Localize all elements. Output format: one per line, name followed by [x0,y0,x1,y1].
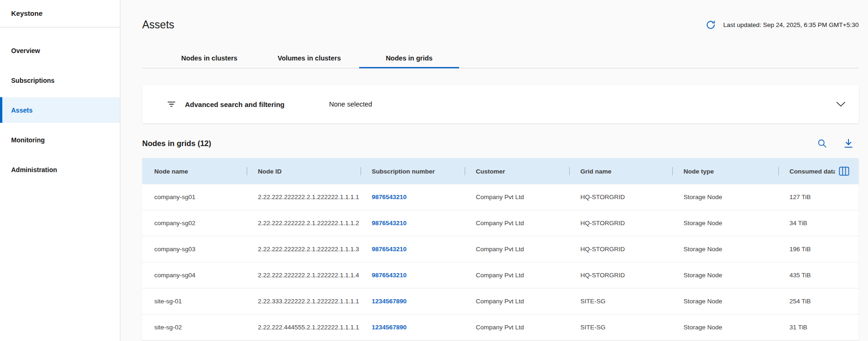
table-row: company-sg012.22.222.222222.2.1.222222.1… [142,184,859,210]
column-header-customer: Customer [465,158,569,184]
cell-node-type: Storage Node [672,246,778,253]
cell-node-type: Storage Node [672,324,778,331]
cell-node-type: Storage Node [672,298,778,305]
sidebar-item-assets[interactable]: Assets [0,97,120,123]
subscription-link[interactable]: 9876543210 [361,272,465,279]
tab-nodes-in-clusters[interactable]: Nodes in clusters [159,48,259,68]
sidebar-item-label: Overview [11,47,40,54]
cell-node-type: Storage Node [672,194,778,201]
app-root: Keystone OverviewSubscriptionsAssetsMoni… [0,0,868,341]
subscription-link[interactable]: 9876543210 [361,220,465,227]
column-header-label: Subscription number [372,168,435,175]
cell-grid-name: SITE-SG [569,298,672,305]
cell-customer: Company Pvt Ltd [465,298,569,305]
table-row: company-sg042.22.222.222222.2.1.222222.1… [142,262,859,288]
tab-label: Nodes in clusters [181,54,237,62]
cell-node-name: company-sg01 [142,194,247,201]
main-content: Assets Last updated: Sep 24, 2025, 6:35 … [120,0,868,341]
download-icon[interactable] [843,138,854,149]
cell-node-id: 2.22.222.222222.2.1.222222.1.1.1.2 [247,220,361,227]
cell-node-name: company-sg02 [142,220,247,227]
cell-grid-name: HQ-STORGRID [569,246,672,253]
sidebar-item-label: Administration [11,166,57,174]
page-header: Assets Last updated: Sep 24, 2025, 6:35 … [142,17,859,33]
cell-node-name: company-sg04 [142,272,247,279]
tab-label: Nodes in grids [386,54,433,62]
column-header-subscription-number: Subscription number [361,158,465,184]
tab-label: Volumes in clusters [278,54,341,62]
cell-grid-name: SITE-SG [569,324,672,331]
cell-consumed: 196 TiB [778,246,859,253]
cell-node-id: 2.22.222.222222.2.1.222222.1.1.1.4 [247,272,361,279]
filter-icon [166,99,177,109]
subscription-link[interactable]: 1234567890 [361,324,465,331]
cell-node-name: company-sg03 [142,246,247,253]
cell-node-name: site-sg-01 [142,298,247,305]
app-title: Keystone [0,0,120,20]
table-row: site-sg-012.22.333.222222.2.1.222222.1.1… [142,288,859,314]
sidebar-item-subscriptions[interactable]: Subscriptions [0,67,120,93]
column-header-node-name: Node name [142,158,247,184]
cell-customer: Company Pvt Ltd [465,246,569,253]
column-header-label: Node type [684,168,714,175]
sidebar: Keystone OverviewSubscriptionsAssetsMoni… [0,0,120,341]
table-body: company-sg012.22.222.222222.2.1.222222.1… [142,184,859,341]
sidebar-item-label: Monitoring [11,136,45,144]
column-header-label: Grid name [580,168,612,175]
cell-grid-name: HQ-STORGRID [569,272,672,279]
column-header-label: Node name [154,168,188,175]
filter-label: Advanced search and filtering [185,100,284,108]
table-row: company-sg032.22.222.222222.2.1.222222.1… [142,236,859,262]
table-actions [817,138,854,149]
column-header-node-id: Node ID [247,158,361,184]
tab-nodes-in-grids[interactable]: Nodes in grids [359,48,459,68]
cell-consumed: 34 TiB [778,220,859,227]
cell-consumed: 127 TiB [778,194,859,201]
table-row: company-sg022.22.222.222222.2.1.222222.1… [142,210,859,236]
column-header-label: Consumed data ca [789,168,835,175]
column-header-node-type: Node type [672,158,778,184]
cell-grid-name: HQ-STORGRID [569,220,672,227]
cell-customer: Company Pvt Ltd [465,272,569,279]
chevron-down-icon[interactable] [836,101,846,107]
tab-volumes-in-clusters[interactable]: Volumes in clusters [259,48,359,68]
sidebar-item-overview[interactable]: Overview [0,38,120,63]
tab-bar: Nodes in clustersVolumes in clustersNode… [142,48,859,68]
columns-settings-icon[interactable] [839,167,849,176]
cell-customer: Company Pvt Ltd [465,194,569,201]
column-header-label: Node ID [258,168,282,175]
cell-node-id: 2.22.222.222222.2.1.222222.1.1.1.3 [247,246,361,253]
sidebar-divider [0,27,120,27]
subscription-link[interactable]: 1234567890 [361,298,465,305]
advanced-search-panel[interactable]: Advanced search and filtering None selec… [142,85,859,123]
table-header-row: Node nameNode IDSubscription numberCusto… [142,158,859,184]
refresh-icon[interactable] [705,20,716,30]
page-title: Assets [142,19,174,31]
sidebar-item-label: Subscriptions [11,77,54,84]
search-icon[interactable] [817,138,827,148]
cell-node-type: Storage Node [672,272,778,279]
table-title: Nodes in grids (12) [142,139,211,148]
nodes-in-grids-table: Node nameNode IDSubscription numberCusto… [142,158,859,341]
cell-grid-name: HQ-STORGRID [569,194,672,201]
cell-consumed: 435 TiB [778,272,859,279]
cell-node-id: 2.22.333.222222.2.1.222222.1.1.1.1 [247,298,361,305]
sidebar-nav: OverviewSubscriptionsAssetsMonitoringAdm… [0,38,120,182]
cell-customer: Company Pvt Ltd [465,220,569,227]
cell-consumed: 31 TiB [778,324,859,331]
last-updated: Last updated: Sep 24, 2025, 6:35 PM GMT+… [705,20,859,30]
sidebar-item-label: Assets [11,107,33,114]
cell-node-type: Storage Node [672,220,778,227]
filter-selection: None selected [329,100,372,108]
cell-node-id: 2.22.222.222222.2.1.222222.1.1.1.1 [247,194,361,201]
cell-node-name: site-sg-02 [142,324,247,331]
cell-customer: Company Pvt Ltd [465,324,569,331]
table-row: site-sg-022.22.222.444555.2.1.222222.1.1… [142,314,859,341]
sidebar-item-administration[interactable]: Administration [0,157,120,182]
column-header-label: Customer [476,168,505,175]
table-section-header: Nodes in grids (12) [142,136,859,151]
subscription-link[interactable]: 9876543210 [361,246,465,253]
subscription-link[interactable]: 9876543210 [361,194,465,201]
column-header-consumed-data-ca: Consumed data ca [778,158,859,184]
sidebar-item-monitoring[interactable]: Monitoring [0,127,120,153]
